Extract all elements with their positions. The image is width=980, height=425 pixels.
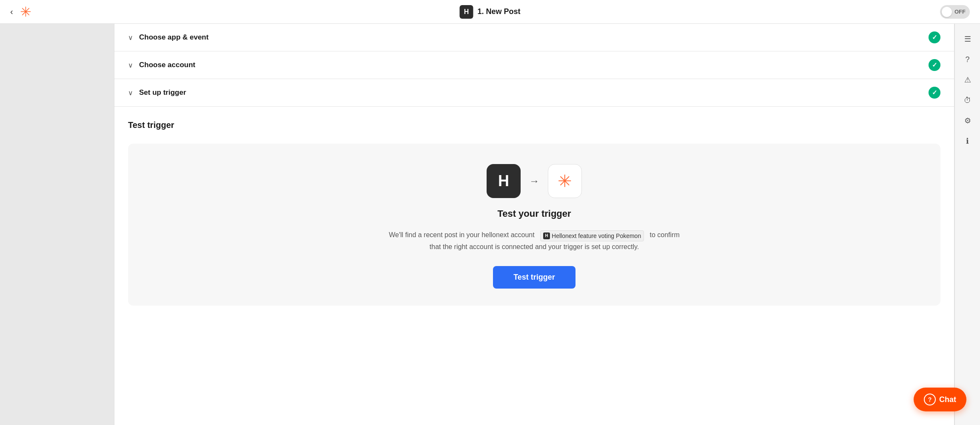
header-right: OFF xyxy=(940,5,970,19)
left-sidebar xyxy=(0,24,114,425)
check-circle-choose-app xyxy=(929,31,940,43)
toggle-label: OFF xyxy=(954,8,966,15)
accordion-header-left: ∨ Choose app & event xyxy=(128,33,208,42)
settings-icon: ⚙ xyxy=(964,116,971,125)
header-app-icon: H xyxy=(459,5,473,19)
accordion-item-setup-trigger[interactable]: ∨ Set up trigger xyxy=(114,79,954,107)
test-trigger-button[interactable]: Test trigger xyxy=(493,266,575,289)
accordion-title-choose-account: Choose account xyxy=(139,61,195,69)
info-icon: ℹ xyxy=(966,136,969,146)
chat-label: Chat xyxy=(939,395,956,404)
menu-icon: ☰ xyxy=(964,34,971,44)
menu-icon-btn[interactable]: ☰ xyxy=(959,31,976,48)
back-button[interactable]: ‹ xyxy=(10,7,13,17)
chevron-icon-account: ∨ xyxy=(128,61,133,69)
toggle-switch[interactable]: OFF xyxy=(940,5,970,19)
badge-label: Hellonext feature voting Pokemon xyxy=(552,231,641,241)
info-icon-btn[interactable]: ℹ xyxy=(959,133,976,150)
help-icon: ? xyxy=(965,55,969,64)
accordion-header-setup-trigger[interactable]: ∨ Set up trigger xyxy=(128,79,940,106)
header: ‹ ✳ H 1. New Post OFF xyxy=(0,0,980,24)
arrow-icon: → xyxy=(529,175,539,187)
header-center: H 1. New Post xyxy=(459,5,520,19)
accordion-item-choose-account[interactable]: ∨ Choose account xyxy=(114,51,954,79)
warning-icon: ⚠ xyxy=(964,75,971,85)
chat-button[interactable]: ? Chat xyxy=(914,388,966,411)
zapier-star-icon: ✳ xyxy=(558,173,572,190)
hellonext-h-letter: H xyxy=(498,172,509,190)
check-circle-setup-trigger xyxy=(929,87,940,99)
accordion-title-setup-trigger: Set up trigger xyxy=(139,88,186,97)
main-layout: ∨ Choose app & event ∨ Choose account ∨ xyxy=(0,24,980,425)
center-content: ∨ Choose app & event ∨ Choose account ∨ xyxy=(114,24,954,425)
accordion-header-left-trigger: ∨ Set up trigger xyxy=(128,88,186,97)
accordion-item-choose-app[interactable]: ∨ Choose app & event xyxy=(114,24,954,51)
zapier-app-icon: ✳ xyxy=(548,164,582,198)
toggle-circle xyxy=(942,7,952,17)
test-trigger-title: Test trigger xyxy=(128,120,940,130)
settings-icon-btn[interactable]: ⚙ xyxy=(959,112,976,129)
trigger-card: H → ✳ Test your trigger We'll find a rec… xyxy=(128,144,940,306)
history-icon-btn[interactable]: ⏱ xyxy=(959,92,976,109)
chevron-icon-trigger: ∨ xyxy=(128,89,133,97)
accordion-title-choose-app: Choose app & event xyxy=(139,33,208,42)
badge-icon: H xyxy=(543,232,550,239)
history-icon: ⏱ xyxy=(964,96,971,105)
check-circle-choose-account xyxy=(929,59,940,71)
header-left: ‹ ✳ xyxy=(10,5,31,19)
warning-icon-btn[interactable]: ⚠ xyxy=(959,71,976,88)
header-title: 1. New Post xyxy=(477,7,520,16)
zapier-logo: ✳ xyxy=(20,5,31,19)
hellonext-app-icon: H xyxy=(487,164,521,198)
accordion-header-choose-account[interactable]: ∨ Choose account xyxy=(128,51,940,79)
account-badge: H Hellonext feature voting Pokemon xyxy=(540,230,644,241)
test-trigger-section: Test trigger H → ✳ Test your trigger We xyxy=(114,107,954,323)
accordion-header-left-account: ∨ Choose account xyxy=(128,61,195,69)
card-description: We'll find a recent post in your hellone… xyxy=(385,230,683,252)
chevron-icon: ∨ xyxy=(128,34,133,42)
accordion-header-choose-app[interactable]: ∨ Choose app & event xyxy=(128,24,940,51)
chat-circle-icon: ? xyxy=(924,394,936,405)
description-before: We'll find a recent post in your hellone… xyxy=(389,231,535,238)
app-icons-row: H → ✳ xyxy=(487,164,582,198)
card-heading: Test your trigger xyxy=(497,208,571,219)
help-icon-btn[interactable]: ? xyxy=(959,51,976,68)
right-sidebar: ☰ ? ⚠ ⏱ ⚙ ℹ xyxy=(954,24,980,425)
